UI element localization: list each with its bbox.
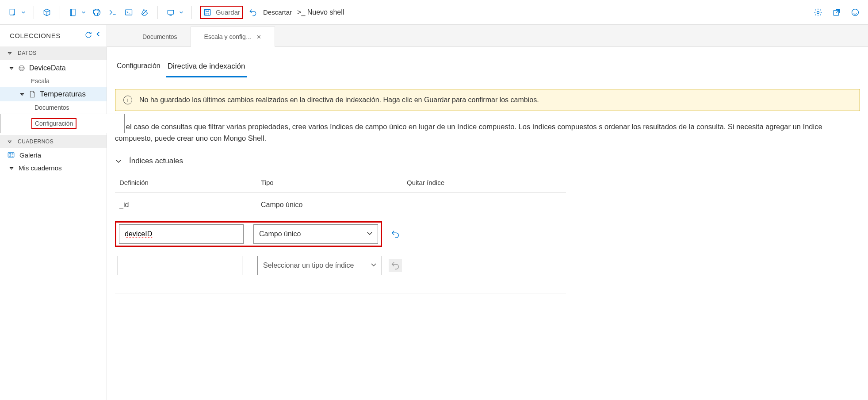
indexes-table: Definición Tipo Quitar índice _id Campo … — [115, 174, 566, 293]
unsaved-changes-banner: i No ha guardado los últimos cambios rea… — [115, 89, 860, 111]
chevron-down-icon — [115, 158, 122, 165]
clear-icon[interactable] — [140, 8, 149, 17]
document-icon — [28, 90, 36, 98]
info-icon: i — [123, 96, 132, 104]
undo-icon[interactable] — [248, 8, 258, 17]
banner-text: No ha guardado los últimos cambios reali… — [139, 96, 539, 104]
svg-point-6 — [817, 11, 819, 13]
undo-index-button[interactable] — [389, 227, 402, 241]
col-remove: Quitar índice — [407, 179, 566, 186]
index-type-select[interactable]: Seleccionar un tipo de índice — [257, 256, 382, 275]
svg-rect-1 — [70, 9, 75, 15]
chevron-down-icon — [366, 230, 373, 238]
toolbar: Guardar Descartar >_ Nuevo shell — [0, 0, 868, 25]
svg-rect-4 — [168, 10, 173, 14]
index-type: Campo único — [261, 201, 407, 209]
sidebar-gallery[interactable]: Galería — [0, 148, 107, 162]
collapse-icon[interactable] — [95, 31, 101, 40]
notebook-icon[interactable] — [68, 8, 78, 17]
chevron-down-icon — [370, 261, 377, 270]
index-definition-input[interactable] — [119, 224, 244, 244]
svg-rect-3 — [126, 10, 132, 15]
caret-down-icon — [9, 65, 14, 71]
console-icon[interactable] — [124, 8, 134, 17]
document-tabs: Documentos Escala y config… ✕ — [107, 25, 868, 47]
undo-index-button — [389, 259, 402, 272]
subtab-config[interactable]: Configuración — [115, 59, 162, 77]
save-icon — [203, 8, 212, 17]
new-collection-icon[interactable] — [8, 8, 18, 17]
sidebar-db-scale[interactable]: Escala — [0, 75, 107, 87]
settings-icon[interactable] — [813, 8, 823, 17]
index-type-select[interactable]: Campo único — [253, 224, 378, 244]
index-definition-input[interactable] — [118, 256, 242, 275]
github-icon[interactable] — [92, 8, 102, 17]
chevron-down-icon[interactable] — [179, 9, 184, 16]
sidebar-title-row: COLECCIONES — [0, 25, 107, 46]
tab-scale-config[interactable]: Escala y config… ✕ — [191, 27, 275, 47]
svg-rect-12 — [9, 154, 11, 156]
new-shell-button[interactable]: >_ Nuevo shell — [297, 8, 344, 16]
sidebar-my-notebooks[interactable]: Mis cuadernos — [0, 162, 107, 174]
sidebar-coll-documents[interactable]: Documentos — [0, 101, 107, 114]
svg-point-10 — [19, 67, 24, 69]
caret-down-icon — [7, 50, 12, 56]
svg-point-8 — [852, 9, 859, 15]
sidebar-title: COLECCIONES — [10, 32, 61, 39]
indexing-description: En el caso de consultas que filtrar vari… — [115, 121, 860, 144]
save-label: Guardar — [216, 8, 240, 16]
caret-down-icon — [7, 139, 12, 144]
col-type: Tipo — [261, 179, 407, 186]
svg-rect-0 — [10, 9, 14, 15]
svg-rect-5 — [204, 9, 210, 15]
open-external-icon[interactable] — [832, 8, 841, 17]
caret-down-icon — [9, 165, 14, 171]
tab-documents[interactable]: Documentos — [129, 27, 191, 46]
discard-label: Descartar — [263, 8, 292, 16]
feedback-icon[interactable] — [850, 8, 860, 17]
discard-button[interactable]: Descartar — [260, 7, 294, 18]
sidebar-coll-temperaturas[interactable]: Temperaturas — [0, 87, 107, 101]
col-definition: Definición — [119, 179, 261, 186]
terminal-icon[interactable] — [108, 8, 118, 17]
sidebar-section-notebooks[interactable]: CUADERNOS — [0, 135, 107, 148]
sidebar-section-data[interactable]: DATOS — [0, 46, 107, 60]
subtab-indexing[interactable]: Directiva de indexación — [166, 59, 247, 77]
index-row: Campo único — [115, 217, 566, 251]
indexes-table-header: Definición Tipo Quitar índice — [115, 174, 566, 193]
refresh-icon[interactable] — [84, 31, 92, 40]
device-icon[interactable] — [166, 8, 176, 17]
current-indexes-section[interactable]: Índices actuales — [115, 157, 860, 165]
index-row: Seleccionar un tipo de índice — [115, 251, 566, 293]
database-icon — [18, 64, 26, 72]
sidebar-coll-config[interactable]: Configuración — [0, 114, 125, 133]
caret-down-icon — [19, 92, 25, 97]
sidebar-db-devicedata[interactable]: DeviceData — [0, 62, 107, 75]
subtabs: Configuración Directiva de indexación — [115, 59, 860, 77]
chevron-down-icon[interactable] — [21, 9, 26, 16]
main: Documentos Escala y config… ✕ Configurac… — [107, 25, 868, 400]
sidebar: COLECCIONES DATOS DeviceData Escala — [0, 25, 107, 400]
close-icon[interactable]: ✕ — [256, 34, 261, 40]
svg-point-9 — [19, 65, 24, 71]
cube-icon[interactable] — [42, 8, 52, 17]
index-row: _id Campo único — [115, 193, 566, 217]
chevron-down-icon[interactable] — [81, 9, 86, 16]
index-def: _id — [119, 201, 261, 209]
save-button[interactable]: Guardar — [200, 6, 243, 19]
